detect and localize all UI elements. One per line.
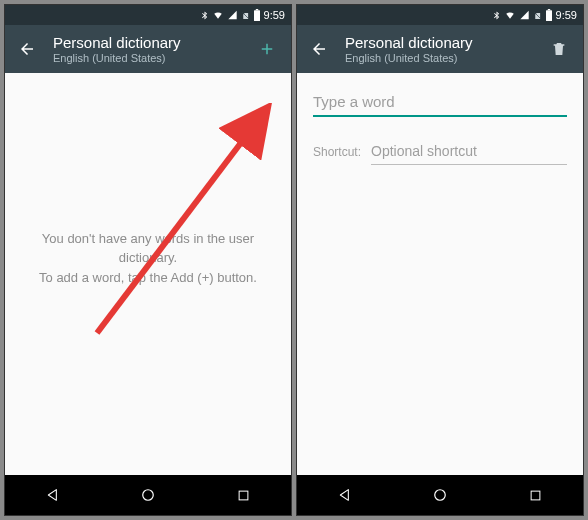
appbar: Personal dictionary English (United Stat… — [5, 25, 291, 73]
svg-rect-8 — [531, 491, 540, 500]
device-left: 9:59 Personal dictionary English (United… — [4, 4, 292, 516]
svg-point-7 — [435, 490, 446, 501]
nav-back-button[interactable] — [33, 475, 73, 515]
appbar-title: Personal dictionary — [53, 34, 253, 51]
wifi-icon — [212, 10, 224, 20]
delete-button[interactable] — [545, 40, 573, 58]
svg-rect-6 — [547, 9, 549, 10]
appbar-subtitle: English (United States) — [53, 52, 253, 64]
svg-rect-5 — [546, 10, 552, 21]
nav-home-button[interactable] — [128, 475, 168, 515]
nav-recent-icon — [236, 488, 251, 503]
back-button[interactable] — [307, 40, 331, 58]
signal-icon — [227, 10, 238, 20]
svg-rect-1 — [255, 9, 257, 10]
nav-recent-button[interactable] — [515, 475, 555, 515]
empty-line-2: To add a word, tap the Add (+) button. — [39, 270, 257, 285]
word-input[interactable] — [313, 87, 567, 117]
add-button[interactable] — [253, 40, 281, 58]
statusbar: 9:59 — [297, 5, 583, 25]
navbar — [297, 475, 583, 515]
navbar — [5, 475, 291, 515]
word-form: Shortcut: — [297, 73, 583, 165]
content-area: Shortcut: — [297, 73, 583, 475]
nav-back-icon — [337, 487, 353, 503]
appbar-titleblock: Personal dictionary English (United Stat… — [53, 34, 253, 64]
shortcut-input[interactable] — [371, 139, 567, 165]
nav-home-button[interactable] — [420, 475, 460, 515]
back-arrow-icon — [18, 40, 36, 58]
shortcut-label: Shortcut: — [313, 145, 361, 165]
svg-line-2 — [97, 111, 265, 333]
nav-back-button[interactable] — [325, 475, 365, 515]
shortcut-row: Shortcut: — [313, 139, 567, 165]
battery-icon — [545, 9, 553, 21]
back-arrow-icon — [310, 40, 328, 58]
svg-rect-0 — [254, 10, 260, 21]
appbar-title: Personal dictionary — [345, 34, 545, 51]
battery-icon — [253, 9, 261, 21]
nav-home-icon — [139, 486, 157, 504]
statusbar-time: 9:59 — [264, 9, 285, 21]
device-right: 9:59 Personal dictionary English (United… — [296, 4, 584, 516]
plus-icon — [258, 40, 276, 58]
content-area: You don't have any words in the user dic… — [5, 73, 291, 475]
svg-rect-4 — [239, 491, 248, 500]
bluetooth-icon — [492, 10, 501, 21]
empty-line-1: You don't have any words in the user dic… — [42, 231, 254, 266]
nav-recent-icon — [528, 488, 543, 503]
statusbar: 9:59 — [5, 5, 291, 25]
empty-state-message: You don't have any words in the user dic… — [5, 229, 291, 288]
appbar: Personal dictionary English (United Stat… — [297, 25, 583, 73]
wifi-icon — [504, 10, 516, 20]
signal-icon — [519, 10, 530, 20]
svg-point-3 — [143, 490, 154, 501]
back-button[interactable] — [15, 40, 39, 58]
no-sim-icon — [533, 10, 542, 21]
statusbar-time: 9:59 — [556, 9, 577, 21]
no-sim-icon — [241, 10, 250, 21]
appbar-titleblock: Personal dictionary English (United Stat… — [345, 34, 545, 64]
nav-home-icon — [431, 486, 449, 504]
bluetooth-icon — [200, 10, 209, 21]
nav-back-icon — [45, 487, 61, 503]
appbar-subtitle: English (United States) — [345, 52, 545, 64]
trash-icon — [551, 40, 567, 58]
nav-recent-button[interactable] — [223, 475, 263, 515]
